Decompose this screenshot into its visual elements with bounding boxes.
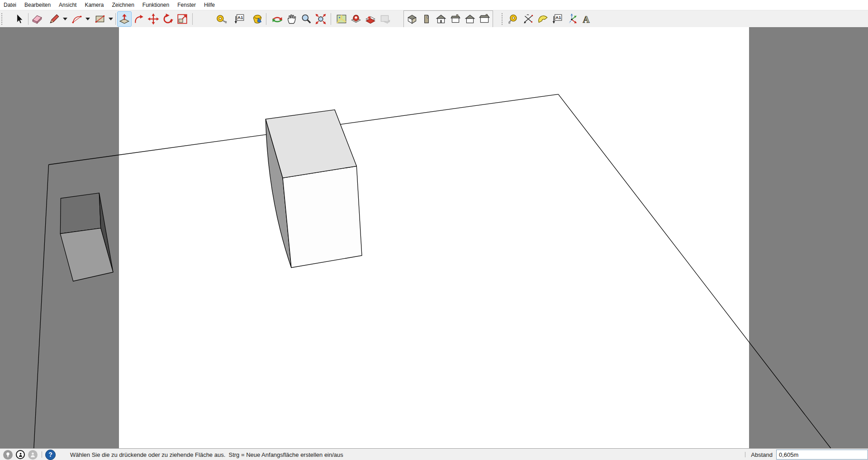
views-toolbar (403, 10, 493, 28)
move-tool-button[interactable] (146, 11, 161, 27)
statusbar-separator (42, 451, 42, 458)
back-view-house-icon (464, 13, 476, 25)
zoom-icon (300, 13, 312, 25)
pencil-icon (48, 13, 60, 25)
rectangle-tool-dropdown[interactable] (107, 12, 114, 26)
help-button[interactable]: ? (45, 450, 56, 460)
iso-view-house-icon (406, 13, 418, 25)
menu-bearbeiten[interactable]: Bearbeiten (20, 0, 55, 10)
toolbar-gripper[interactable] (501, 13, 503, 25)
measurement-label: Abstand (751, 451, 773, 458)
dimension-tool-button[interactable] (521, 11, 536, 27)
viewport-background (0, 27, 868, 448)
menu-fenster[interactable]: Fenster (173, 0, 200, 10)
match-photo-icon (379, 13, 391, 25)
status-hint-text: Wählen Sie die zu drückende oder zu zieh… (70, 451, 343, 458)
person-outline-icon (18, 452, 23, 457)
geolocation-status-button[interactable] (3, 450, 13, 460)
line-tool-button[interactable] (47, 11, 62, 27)
rectangle-tool-button[interactable] (93, 11, 107, 27)
model-viewport[interactable] (0, 27, 868, 448)
small-box-top-face[interactable] (60, 193, 100, 234)
toolbar-separator (28, 13, 28, 25)
zoom-extents-icon (315, 13, 327, 25)
view-left-button[interactable] (419, 11, 434, 27)
view-right-button[interactable] (477, 11, 492, 27)
select-tool-button[interactable] (12, 11, 26, 27)
menu-bar: Datei Bearbeiten Ansicht Kamera Zeichnen… (0, 0, 868, 10)
paint-bucket-tool-button[interactable] (250, 11, 265, 27)
menu-ansicht[interactable]: Ansicht (55, 0, 81, 10)
scale-icon (176, 13, 188, 25)
scale-tool-button[interactable] (175, 11, 190, 27)
select-arrow-icon (13, 13, 25, 25)
question-mark-glyph: ? (48, 451, 52, 458)
toolbar-separator (192, 13, 193, 25)
view-iso-button[interactable] (405, 11, 419, 27)
view-top-button[interactable] (448, 11, 463, 27)
push-pull-tool-button[interactable] (117, 11, 132, 27)
toolbar-gripper[interactable] (1, 13, 3, 25)
tape-measure-icon (508, 13, 520, 25)
status-bar: ? Wählen Sie die zu drückende oder zu zi… (0, 448, 868, 460)
tape-measure-icon (215, 13, 227, 25)
follow-me-icon (133, 13, 145, 25)
rectangle-icon (94, 13, 106, 25)
geo-location-map-icon (336, 13, 347, 25)
measurement-area: Abstand (745, 449, 868, 460)
arc-icon (71, 13, 83, 25)
rotate-icon (162, 13, 174, 25)
menu-kamera[interactable]: Kamera (81, 0, 108, 10)
top-view-house-icon (450, 13, 461, 25)
paint-bucket-icon (251, 13, 263, 25)
orbit-tool-button[interactable] (270, 11, 285, 27)
location-pin-icon (5, 452, 11, 458)
chevron-down-icon (63, 18, 67, 20)
add-location-button[interactable] (349, 11, 363, 27)
claim-credit-button[interactable] (16, 450, 25, 459)
protractor-tool-button[interactable] (536, 11, 550, 27)
follow-me-tool-button[interactable] (132, 11, 146, 27)
line-tool-dropdown[interactable] (62, 12, 68, 26)
text-tool-button[interactable]: A1 (232, 11, 247, 27)
clip-band-right (749, 27, 868, 448)
side-view-house-icon (421, 13, 432, 25)
toggle-terrain-button[interactable] (363, 11, 378, 27)
pan-hand-icon (286, 13, 298, 25)
geo-location-button[interactable] (334, 11, 349, 27)
toolbar: A1 (0, 10, 868, 28)
svg-text:A: A (583, 14, 590, 24)
arc-tool-dropdown[interactable] (84, 12, 91, 26)
view-back-button[interactable] (463, 11, 477, 27)
match-photo-button[interactable] (378, 11, 392, 27)
svg-text:A1: A1 (237, 15, 243, 20)
arc-tool-button[interactable] (70, 11, 84, 27)
menu-funktionen[interactable]: Funktionen (138, 0, 173, 10)
toggle-terrain-icon (365, 13, 376, 25)
zoom-tool-button[interactable] (299, 11, 313, 27)
axes-tool-button[interactable] (564, 11, 579, 27)
menu-hilfe[interactable]: Hilfe (200, 0, 219, 10)
sign-in-button[interactable] (28, 450, 38, 460)
push-pull-icon (119, 13, 130, 25)
rotate-tool-button[interactable] (161, 11, 175, 27)
chevron-down-icon (109, 18, 113, 20)
axes-icon (566, 13, 578, 25)
text-2-tool-button[interactable]: A1 (550, 11, 564, 27)
big-box-front-face[interactable] (283, 166, 362, 267)
tape-measure-2-button[interactable] (507, 11, 521, 27)
tape-measure-tool-button[interactable] (214, 11, 228, 27)
menu-datei[interactable]: Datei (0, 0, 20, 10)
eraser-tool-button[interactable] (30, 11, 44, 27)
measurement-input[interactable] (776, 450, 868, 460)
view-front-button[interactable] (434, 11, 448, 27)
menu-zeichnen[interactable]: Zeichnen (108, 0, 138, 10)
text-icon: A1 (233, 13, 245, 25)
roof-view-house-icon (479, 13, 490, 25)
toolbar-separator (266, 13, 266, 25)
svg-text:A1: A1 (555, 15, 561, 20)
pan-tool-button[interactable] (285, 11, 299, 27)
3d-text-tool-button[interactable]: A (579, 11, 593, 27)
eraser-icon (31, 13, 43, 25)
zoom-extents-tool-button[interactable] (313, 11, 328, 27)
